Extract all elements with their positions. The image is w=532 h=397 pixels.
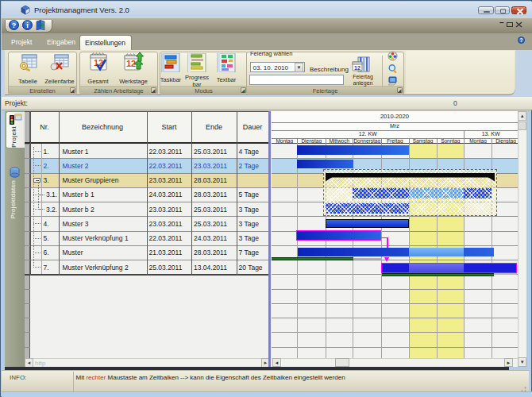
svg-text:i: i [26,21,29,29]
svg-text:?: ? [520,37,523,43]
svg-text:12: 12 [354,65,360,71]
svg-text:?: ? [12,21,17,29]
